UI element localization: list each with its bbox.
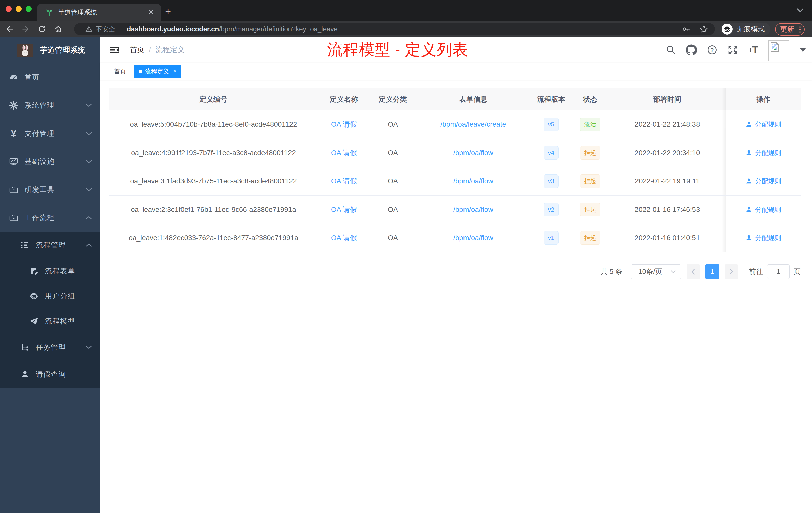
status-badge: 挂起 [580, 203, 600, 216]
avatar[interactable] [768, 40, 789, 61]
window-controls[interactable] [5, 6, 32, 12]
sidebar-item-leave-query[interactable]: 请假查询 [0, 361, 100, 388]
zoom-window-button[interactable] [26, 6, 32, 12]
definition-name-link[interactable]: OA 请假 [331, 176, 357, 186]
chevron-down-icon [86, 345, 92, 350]
assign-rule-button[interactable]: 分配规则 [746, 234, 781, 242]
search-icon[interactable] [665, 45, 676, 55]
deploy-time: 2022-01-22 20:34:10 [635, 149, 700, 157]
form-link[interactable]: /bpm/oa/leave/create [440, 120, 506, 128]
definition-name-link[interactable]: OA 请假 [331, 233, 357, 243]
bookmark-star-icon[interactable] [699, 25, 708, 34]
help-icon[interactable]: ? [706, 45, 718, 55]
tag-process-definition[interactable]: 流程定义 × [134, 65, 181, 78]
sidebar-item-task-management[interactable]: 任务管理 [0, 334, 100, 361]
sidebar-item-workflow[interactable]: 工作流程 [0, 204, 100, 232]
forward-icon[interactable] [21, 25, 30, 34]
update-button[interactable]: 更新 [775, 23, 805, 36]
form-link[interactable]: /bpm/oa/flow [454, 206, 493, 214]
column-header: 定义名称 [318, 88, 370, 110]
sidebar-item-process-model[interactable]: 流程模型 [0, 309, 100, 334]
assign-rule-button[interactable]: 分配规则 [746, 205, 781, 214]
address-bar[interactable]: 不安全 dashboard.yudao.iocoder.cn/bpm/manag… [74, 23, 715, 35]
chevron-down-icon [86, 131, 92, 135]
key-icon[interactable] [682, 25, 691, 34]
form-link[interactable]: /bpm/oa/flow [454, 234, 493, 242]
yen-icon: ¥ [8, 128, 19, 139]
version-badge: v1 [544, 231, 558, 245]
minimize-window-button[interactable] [16, 6, 22, 12]
definition-name-link[interactable]: OA 请假 [331, 205, 357, 214]
assign-rule-button[interactable]: 分配规则 [746, 149, 781, 157]
definition-id: oa_leave:4:991f2193-7b7f-11ec-a3c8-acde4… [131, 149, 296, 157]
page-number-button[interactable]: 1 [705, 264, 719, 279]
user-group-icon [28, 292, 39, 301]
security-label: 不安全 [96, 25, 115, 34]
sidebar-item-user-group[interactable]: 用户分组 [0, 283, 100, 309]
next-page-button[interactable] [725, 264, 738, 279]
tag-close-icon[interactable]: × [173, 68, 176, 74]
breadcrumb-home[interactable]: 首页 [130, 45, 144, 55]
sidebar-item-process-management[interactable]: 流程管理 [0, 232, 100, 259]
definition-name-link[interactable]: OA 请假 [331, 120, 357, 129]
browser-tab[interactable]: 芋道管理系统 ✕ [37, 3, 161, 21]
breadcrumb-separator: / [149, 46, 151, 54]
sidebar-item-system[interactable]: 系统管理 [0, 91, 100, 119]
avatar-dropdown-icon[interactable] [800, 48, 806, 52]
goto-page-input[interactable] [767, 264, 790, 279]
version-badge: v4 [544, 146, 558, 160]
browser-chrome: 芋道管理系统 ✕ + 不安全 dashboard.yudao.iocoder.c… [0, 0, 812, 37]
status-badge: 挂起 [580, 231, 600, 245]
workflow-submenu: 流程管理 流程表单 用户分组 流程模型 任务管理 [0, 232, 100, 388]
sidebar-item-infrastructure[interactable]: 基础设施 [0, 148, 100, 176]
reload-icon[interactable] [38, 25, 46, 34]
definition-table: 定义编号 定义名称 定义分类 表单信息 流程版本 状态 部署时间 操作 oa_l… [109, 88, 801, 252]
assign-rule-button[interactable]: 分配规则 [746, 120, 781, 129]
tab-close-icon[interactable]: ✕ [148, 8, 154, 16]
deploy-time: 2022-01-16 17:46:53 [635, 206, 700, 214]
column-header: 流程版本 [531, 88, 571, 110]
column-header: 状态 [571, 88, 609, 110]
sidebar-item-home[interactable]: 首页 [0, 63, 100, 91]
chevron-down-icon[interactable] [796, 7, 805, 14]
definition-name-link[interactable]: OA 请假 [331, 148, 357, 158]
fullscreen-icon[interactable] [727, 45, 738, 55]
back-icon[interactable] [5, 25, 14, 34]
app-title: 芋道管理系统 [40, 45, 85, 56]
form-link[interactable]: /bpm/oa/flow [454, 149, 493, 157]
page-size-select[interactable]: 10条/页 [631, 264, 681, 279]
github-icon[interactable] [686, 44, 697, 56]
paper-plane-icon [28, 317, 39, 326]
form-icon [28, 267, 39, 276]
browser-menu-icon[interactable] [800, 26, 801, 33]
table-row: oa_leave:2:3c1f0ef1-76b1-11ec-9c66-a2380… [109, 195, 801, 224]
definition-category: OA [388, 177, 398, 185]
status-badge: 激活 [580, 118, 600, 131]
briefcase-icon [8, 213, 19, 222]
logo-image [17, 44, 33, 57]
form-link[interactable]: /bpm/oa/flow [454, 177, 493, 185]
prev-page-button[interactable] [687, 264, 700, 279]
gear-icon [8, 101, 19, 110]
sidebar-item-process-form[interactable]: 流程表单 [0, 259, 100, 283]
page-annotation: 流程模型 - 定义列表 [327, 39, 468, 60]
tree-icon [19, 343, 30, 352]
dashboard-icon [8, 72, 19, 82]
tag-home[interactable]: 首页 [109, 65, 131, 78]
user-icon [19, 370, 30, 379]
definition-category: OA [388, 149, 398, 157]
sidebar-item-payment[interactable]: ¥ 支付管理 [0, 119, 100, 148]
home-icon[interactable] [54, 25, 62, 34]
total-count: 共 5 条 [601, 267, 622, 276]
close-window-button[interactable] [5, 6, 11, 12]
column-header: 定义分类 [370, 88, 415, 110]
sidebar-item-devtools[interactable]: 研发工具 [0, 176, 100, 204]
new-tab-button[interactable]: + [165, 7, 171, 14]
font-size-icon[interactable]: TT [748, 45, 759, 56]
definition-category: OA [388, 234, 398, 242]
assign-rule-button[interactable]: 分配规则 [746, 177, 781, 186]
sidebar-fold-icon[interactable] [109, 45, 119, 55]
toolbox-icon [8, 185, 19, 194]
divider [121, 26, 121, 33]
goto-label: 前往 [749, 267, 763, 276]
